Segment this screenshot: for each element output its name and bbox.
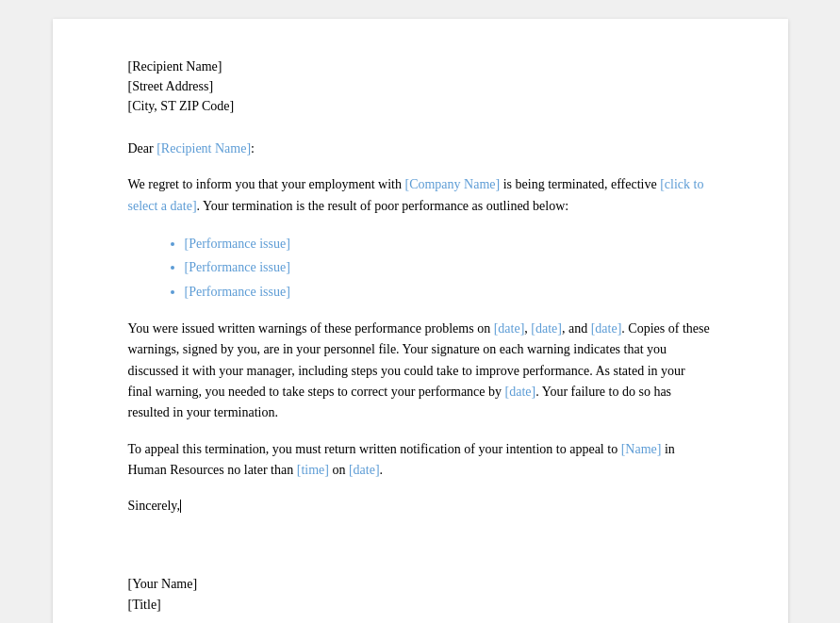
sincerely-text: Sincerely, <box>128 499 180 513</box>
performance-issue-2: [Performance issue] <box>185 260 290 274</box>
paragraph-intro: We regret to inform you that your employ… <box>128 174 713 217</box>
salutation: Dear [Recipient Name]: <box>128 139 713 159</box>
warning-date-1[interactable]: [date] <box>494 321 525 336</box>
salutation-text: Dear <box>128 141 157 156</box>
warning-date-2[interactable]: [date] <box>531 321 562 336</box>
paragraph-warnings: You were issued written warnings of thes… <box>128 319 713 424</box>
recipient-name: [Recipient Name] <box>128 57 713 76</box>
list-item: [Performance issue] <box>185 255 713 279</box>
p2-and: , and <box>562 321 591 336</box>
signer-name: [Your Name] <box>128 574 713 595</box>
salutation-colon: : <box>251 141 255 156</box>
p1-before-company: We regret to inform you that your employ… <box>128 177 405 191</box>
p3-period: . <box>380 463 384 477</box>
p2-before: You were issued written warnings of thes… <box>128 321 494 336</box>
p1-after-company: is being terminated, effective <box>500 177 660 191</box>
address-block: [Recipient Name] [Street Address] [City,… <box>128 57 713 116</box>
list-item: [Performance issue] <box>185 280 713 303</box>
signer-title: [Title] <box>128 595 713 615</box>
city-state-zip: [City, ST ZIP Code] <box>128 96 713 116</box>
warning-date-3[interactable]: [date] <box>591 321 622 336</box>
performance-issue-1: [Performance issue] <box>185 237 290 251</box>
text-cursor <box>180 500 181 513</box>
hr-name-placeholder[interactable]: [Name] <box>621 442 662 456</box>
signature-block: [Your Name] [Title] <box>128 574 713 616</box>
p3-before: To appeal this termination, you must ret… <box>128 442 621 456</box>
company-placeholder: [Company Name] <box>404 177 500 191</box>
time-placeholder[interactable]: [time] <box>297 463 329 477</box>
performance-issue-3: [Performance issue] <box>185 285 290 299</box>
p3-on: on <box>329 463 349 477</box>
warning-date-4[interactable]: [date] <box>505 385 536 399</box>
p1-after-date: . Your termination is the result of poor… <box>197 199 569 213</box>
letter-document: [Recipient Name] [Street Address] [City,… <box>53 19 788 623</box>
street-address: [Street Address] <box>128 76 713 96</box>
sincerely-line: Sincerely, <box>128 496 713 516</box>
list-item: [Performance issue] <box>185 232 713 255</box>
appeal-date-placeholder[interactable]: [date] <box>349 463 380 477</box>
performance-issues-list: [Performance issue] [Performance issue] … <box>185 232 713 303</box>
paragraph-appeal: To appeal this termination, you must ret… <box>128 439 713 482</box>
salutation-recipient: [Recipient Name] <box>156 141 251 156</box>
